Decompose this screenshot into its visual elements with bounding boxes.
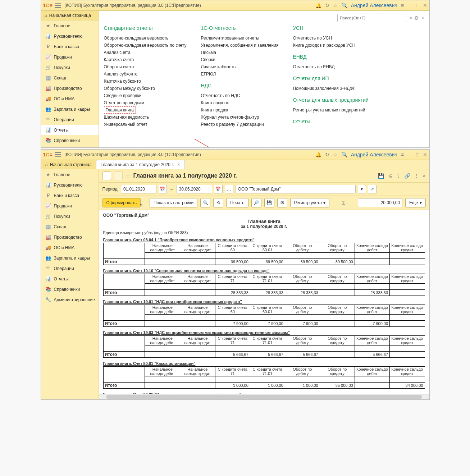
report-link[interactable]: ЕГРЮЛ (201, 70, 278, 78)
options-icon[interactable]: ≡ (401, 3, 404, 8)
clear-search-icon[interactable]: × (409, 15, 412, 21)
report-link[interactable]: Помощник заполнения 3-НДФЛ (293, 85, 368, 92)
report-link[interactable]: Главная книга (104, 106, 136, 114)
preview-button[interactable]: 🔎 (251, 198, 261, 207)
report-link[interactable]: Отчетность по НДС (201, 92, 278, 99)
nav-item-10[interactable]: 📊Отчеты (41, 125, 99, 135)
report-link[interactable]: Обороты счета (104, 63, 187, 70)
calendar-to-icon[interactable]: 📅 (214, 185, 223, 193)
report-link[interactable]: Анализ субконто (104, 70, 187, 78)
forward-button[interactable]: → (114, 171, 123, 180)
maximize-icon[interactable]: □ (416, 3, 419, 8)
org-select[interactable]: ООО "Торговый Дом" (236, 185, 356, 193)
report-link[interactable]: Отчет по проводкам (104, 99, 187, 106)
report-link[interactable]: Сводные проводки (104, 92, 187, 99)
find-button[interactable]: 🔍 (200, 198, 210, 207)
report-link[interactable]: Шахматная ведомость (104, 114, 187, 121)
nav-item-0[interactable]: ★Главное (41, 169, 99, 180)
print-icon[interactable]: 🖨 (388, 173, 393, 179)
report-link[interactable]: Оборотно-сальдовая ведомость (104, 35, 187, 42)
nav-item-7[interactable]: 🚚ОС и НМА (41, 93, 99, 104)
close-page-icon[interactable]: × (423, 173, 425, 179)
report-link[interactable]: Регистры учета малых предприятий (293, 106, 368, 114)
link-icon[interactable]: 🔗 (404, 173, 410, 179)
refresh-button[interactable]: ⟲ (213, 198, 223, 207)
period-picker-button[interactable]: … (225, 185, 233, 193)
date-from-input[interactable]: 01.01.2020 (121, 185, 156, 193)
sum-icon[interactable]: Σ (342, 200, 345, 206)
nav-item-4[interactable]: 🛒Покупки (41, 62, 99, 73)
close-icon[interactable]: ✕ (423, 152, 427, 157)
report-link[interactable]: Обороты между субконто (104, 85, 187, 92)
more-button[interactable]: Еще ▾ (405, 198, 425, 207)
nav-item-3[interactable]: 📈Продажи (41, 52, 99, 62)
nav-item-0[interactable]: ★Главное (41, 20, 99, 31)
nav-item-1[interactable]: 📊Руководителю (41, 31, 99, 41)
close-panel-icon[interactable]: × (421, 15, 424, 21)
report-link[interactable]: Универсальный отчет (104, 121, 187, 128)
export-icon[interactable]: ⇪ (396, 173, 401, 179)
gear-icon[interactable]: ⚙ (414, 15, 419, 21)
nav-item-12[interactable]: 🔧Администрирование (41, 294, 99, 305)
more-icon[interactable]: ⋮ (414, 173, 419, 179)
nav-item-10[interactable]: 📊Отчеты (41, 274, 99, 284)
nav-item-7[interactable]: 🚚ОС и НМА (41, 242, 99, 253)
report-link[interactable]: Книга покупок (201, 99, 278, 106)
nav-item-11[interactable]: 📚Справочники (41, 284, 99, 294)
user-name[interactable]: Андрей Алексеевич (351, 3, 397, 8)
report-link[interactable]: Книга доходов и расходов УСН (293, 42, 368, 49)
favorite-icon[interactable]: ☆ (126, 173, 131, 179)
nav-item-3[interactable]: 📈Продажи (41, 201, 99, 211)
org-dropdown-icon[interactable]: ▾ (358, 185, 366, 193)
report-link[interactable]: Оборотно-сальдовая ведомость по счету (104, 42, 187, 49)
nav-item-2[interactable]: ₽Банк и касса (41, 41, 99, 52)
report-link[interactable]: Отчетность по ЕНВД (293, 63, 368, 70)
report-link[interactable]: Сверки (201, 56, 278, 63)
start-page-header[interactable]: ⌂ Начальная страница (41, 11, 99, 20)
tab-home[interactable]: ⌂ Начальная страница (41, 160, 96, 169)
tab-report[interactable]: Главная книга за 1 полугодие 2020 г. × (96, 160, 185, 169)
nav-item-6[interactable]: 🏭Производство (41, 232, 99, 242)
report-link[interactable]: Журнал учета счетов-фактур (201, 114, 278, 121)
search-input[interactable] (337, 14, 407, 22)
date-to-input[interactable]: 30.06.2020 (177, 185, 212, 193)
report-link[interactable]: Личные кабинеты (201, 63, 278, 70)
nav-item-2[interactable]: ₽Банк и касса (41, 190, 99, 201)
save-button[interactable]: 💾 (264, 198, 274, 207)
report-link[interactable]: Отчетность по УСН (293, 35, 368, 42)
email-button[interactable]: ✉ (277, 198, 287, 207)
search-icon[interactable]: 🔍 (341, 3, 347, 8)
generate-button[interactable]: Сформировать (102, 198, 141, 207)
register-button[interactable]: Регистр учета ▾ (290, 198, 329, 207)
star-icon[interactable]: ☆ (333, 152, 338, 157)
search-icon[interactable]: 🔍 (341, 152, 347, 157)
nav-item-8[interactable]: 👥Зарплата и кадры (41, 104, 99, 114)
report-link[interactable]: Уведомления, сообщения и заявления (201, 42, 278, 49)
nav-item-4[interactable]: 🛒Покупки (41, 211, 99, 221)
nav-item-6[interactable]: 🏭Производство (41, 83, 99, 93)
bell-icon[interactable]: 🔔 (315, 3, 321, 8)
calendar-from-icon[interactable]: 📅 (159, 185, 167, 193)
nav-item-8[interactable]: 👥Зарплата и кадры (41, 253, 99, 263)
minimize-icon[interactable]: — (407, 152, 412, 157)
org-open-icon[interactable]: ↗ (368, 185, 377, 193)
show-settings-button[interactable]: Показать настройки (150, 198, 197, 207)
nav-item-9[interactable]: ᴬᴷОперации (41, 114, 99, 125)
options-icon[interactable]: ≡ (401, 152, 404, 157)
nav-item-9[interactable]: ᴬᴷОперации (41, 263, 99, 274)
star-icon[interactable]: ☆ (333, 3, 338, 8)
nav-item-5[interactable]: 🏢Склад (41, 73, 99, 83)
report-link[interactable]: Карточка субконто (104, 78, 187, 85)
horizontal-scrollbar[interactable] (99, 394, 429, 399)
close-icon[interactable]: ✕ (423, 3, 427, 8)
report-link[interactable]: Анализ счета (104, 49, 187, 56)
report-link[interactable]: Реестр к разделу 7 декларации (201, 121, 278, 128)
report-area[interactable]: ООО "Торговый Дом" Главная книга за 1 по… (99, 210, 429, 394)
report-link[interactable]: Карточка счета (104, 56, 187, 63)
user-name[interactable]: Андрей Алексеевич (351, 152, 397, 157)
nav-item-1[interactable]: 📊Руководителю (41, 180, 99, 190)
maximize-icon[interactable]: □ (416, 152, 419, 157)
menu-icon[interactable] (55, 3, 61, 8)
menu-icon[interactable] (55, 152, 61, 157)
back-button[interactable]: ← (102, 171, 111, 180)
